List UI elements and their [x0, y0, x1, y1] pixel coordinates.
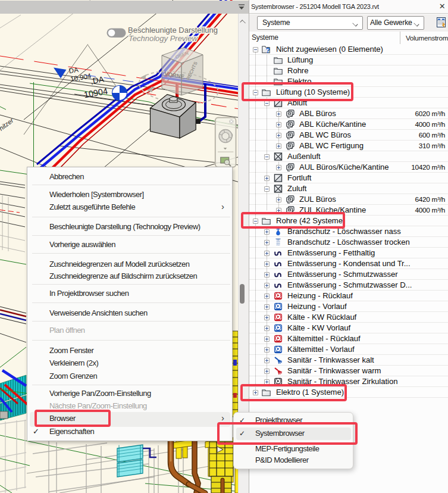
- svg-text:Beschleunigte Darstellung: Beschleunigte Darstellung: [128, 26, 218, 35]
- svg-text:Technology Preview: Technology Preview: [129, 34, 198, 43]
